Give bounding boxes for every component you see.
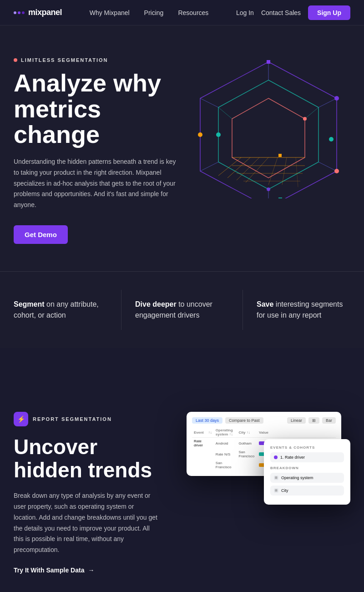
svg-point-24 (329, 137, 334, 142)
svg-point-26 (198, 132, 202, 137)
section-divider (0, 348, 364, 385)
feature-item-3: Save interesting segments for use in any… (243, 290, 364, 330)
hero-title: Analyze why metrics change (14, 70, 177, 147)
svg-line-16 (200, 162, 218, 171)
col-sort: ↑↓ (207, 427, 214, 438)
events-section-title: EVENTS & COHORTS (270, 445, 344, 450)
svg-point-31 (267, 187, 270, 191)
event-label: 1. Rate driver (280, 455, 305, 460)
section-eyebrow: ⚡ REPORT SEGMENTATION (14, 412, 159, 426)
breakdown-section-title: BREAKDOWN (270, 466, 344, 470)
svg-rect-30 (278, 154, 282, 157)
logo-text: mixpanel (28, 8, 62, 17)
feature-2-bold: Dive deeper (135, 300, 177, 308)
report-title-2: hidden trends (14, 458, 152, 482)
hero-content: LIMITLESS SEGMENTATION Analyze why metri… (14, 53, 177, 244)
svg-line-11 (268, 157, 278, 185)
report-title: Uncover hidden trends (14, 435, 159, 481)
svg-line-21 (305, 107, 318, 119)
nav-item-pricing[interactable]: Pricing (144, 9, 164, 17)
svg-marker-2 (232, 98, 305, 178)
breakdown-item-1: ⊞ Operating system (270, 473, 344, 483)
svg-line-9 (237, 157, 259, 180)
try-link[interactable]: Try It With Sample Data → (14, 567, 159, 574)
date-tag: Last 30 days (192, 417, 222, 424)
dashboard-mockup: Last 30 days Compare to Past Linear ⊞ Ba… (187, 412, 350, 530)
logo-dot-2 (18, 11, 20, 14)
nav-link-resources[interactable]: Resources (178, 9, 208, 16)
logo-dot-3 (22, 11, 25, 14)
cell-sort (207, 449, 214, 460)
cell-city (237, 460, 257, 471)
nav-links: Why Mixpanel Pricing Resources (90, 9, 209, 17)
eyebrow-dot (14, 58, 17, 62)
nav-link-why[interactable]: Why Mixpanel (90, 9, 130, 16)
signup-button[interactable]: Sign Up (308, 5, 350, 20)
city-icon: ⊞ (274, 488, 278, 493)
events-item: 1. Rate driver (270, 452, 344, 462)
svg-line-8 (228, 157, 250, 178)
cell-sort (207, 438, 214, 449)
cell-city: San Francisco (237, 449, 257, 460)
hero-title-line2: metrics change (14, 95, 101, 148)
cell-event: Rate driver (192, 438, 207, 449)
report-eyebrow-icon: ⚡ (14, 412, 28, 426)
report-eyebrow-label: REPORT SEGMENTATION (33, 416, 112, 422)
login-button[interactable]: Log In (236, 9, 254, 16)
svg-point-25 (303, 117, 307, 121)
svg-point-29 (334, 169, 339, 173)
feature-item-1: Segment on any attribute, cohort, or act… (0, 290, 121, 330)
get-demo-button[interactable]: Get Demo (14, 225, 68, 244)
linear-btn[interactable]: Linear (287, 417, 306, 424)
try-link-text: Try It With Sample Data (14, 567, 84, 574)
hero-eyebrow: LIMITLESS SEGMENTATION (14, 57, 177, 63)
feature-3-bold: Save (257, 300, 273, 308)
report-description: Break down any type of analysis by any e… (14, 491, 159, 556)
svg-line-10 (246, 157, 268, 182)
svg-point-23 (334, 96, 339, 101)
col-event: Event (192, 427, 207, 438)
nav-actions: Log In Contact Sales Sign Up (236, 5, 350, 20)
svg-point-27 (216, 132, 221, 137)
svg-line-20 (218, 107, 232, 119)
compare-tag: Compare to Past (225, 417, 263, 424)
hero-graphic (177, 53, 350, 198)
feature-item-2: Dive deeper to uncover engagement driver… (121, 290, 243, 330)
report-title-1: Uncover (14, 435, 97, 459)
eyebrow-text: LIMITLESS SEGMENTATION (21, 57, 108, 63)
navbar: mixpanel Why Mixpanel Pricing Resources … (0, 0, 364, 25)
hex-svg (177, 53, 350, 198)
logo-dot-1 (14, 11, 16, 14)
col-city: City ↑↓ (237, 427, 257, 438)
report-section: ⚡ REPORT SEGMENTATION Uncover hidden tre… (0, 385, 364, 592)
cell-os: San Francisco (214, 460, 237, 471)
cell-city: Gotham (237, 438, 257, 449)
cell-sort (207, 460, 214, 471)
svg-rect-28 (278, 197, 282, 198)
report-content: ⚡ REPORT SEGMENTATION Uncover hidden tre… (14, 412, 159, 574)
nav-item-why[interactable]: Why Mixpanel (90, 9, 130, 17)
logo: mixpanel (14, 8, 62, 17)
cell-os: Android (214, 438, 237, 449)
os-icon: ⊞ (274, 476, 278, 480)
grid-btn[interactable]: ⊞ (308, 417, 319, 424)
nav-link-pricing[interactable]: Pricing (144, 9, 164, 16)
sidebar-card: EVENTS & COHORTS 1. Rate driver BREAKDOW… (264, 439, 350, 505)
cell-event (192, 449, 207, 460)
contact-button[interactable]: Contact Sales (261, 9, 301, 16)
features-row: Segment on any attribute, cohort, or act… (0, 271, 364, 348)
try-link-arrow: → (88, 567, 94, 574)
cell-os: Rate N/S (214, 449, 237, 460)
svg-line-15 (318, 98, 337, 107)
bar-btn[interactable]: Bar (322, 417, 336, 424)
hero-desc-text: Understanding the hidden patterns beneat… (14, 158, 176, 208)
feature-1-bold: Segment (14, 300, 45, 308)
col-os: Operating system ↑↓ (214, 427, 237, 438)
nav-item-resources[interactable]: Resources (178, 9, 208, 17)
dashboard-toolbar: Last 30 days Compare to Past Linear ⊞ Ba… (192, 417, 336, 424)
hero-description: Understanding the hidden patterns beneat… (14, 157, 177, 211)
hero-title-line1: Analyze why (14, 69, 161, 96)
breakdown-item-2: ⊞ City (270, 486, 344, 496)
col-value: Value (257, 427, 336, 438)
hero-section: LIMITLESS SEGMENTATION Analyze why metri… (0, 25, 364, 271)
